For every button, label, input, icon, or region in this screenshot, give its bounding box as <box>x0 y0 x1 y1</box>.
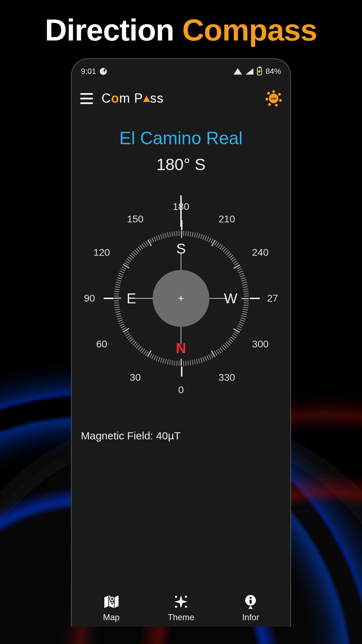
wifi-icon <box>234 68 242 75</box>
svg-rect-21 <box>249 600 252 604</box>
nav-theme-label: Theme <box>168 612 194 622</box>
svg-point-1 <box>272 90 275 93</box>
dial-label: 330 <box>219 372 235 383</box>
map-icon <box>103 593 120 610</box>
svg-point-17 <box>185 606 187 608</box>
status-battery: 84% <box>265 67 281 76</box>
dial-label: 210 <box>219 213 235 225</box>
cardinal-bottom: N <box>176 340 186 356</box>
svg-point-10 <box>111 598 113 600</box>
dial-label: 60 <box>96 339 107 350</box>
promo-word-2: Compass <box>182 13 317 47</box>
cardinal-right: W <box>224 291 237 307</box>
magnetic-field-readout: Magnetic Field: 40µT <box>79 430 283 442</box>
svg-point-3 <box>279 99 282 102</box>
dial-label: 150 <box>127 213 144 225</box>
signal-icon <box>246 68 253 75</box>
menu-icon[interactable] <box>80 93 94 104</box>
nav-info-label: Infor <box>242 612 259 622</box>
promo-heading: Direction Compass <box>0 0 362 48</box>
nav-map[interactable]: Map <box>103 593 120 622</box>
svg-point-16 <box>185 596 187 598</box>
crosshair-center <box>179 296 183 301</box>
dial-label: 240 <box>252 247 269 258</box>
vip-badge-icon[interactable]: VIP <box>265 90 282 107</box>
svg-point-15 <box>175 596 177 598</box>
app-header: Com Pss VIP <box>79 90 283 107</box>
svg-point-5 <box>268 103 271 106</box>
clock-icon <box>100 68 107 75</box>
dial-label: 0 <box>178 384 184 396</box>
app-title: Com Pss <box>102 91 164 106</box>
promo-word-1: Direction <box>45 13 174 47</box>
compass-needle <box>180 195 182 227</box>
cardinal-left: E <box>127 291 136 307</box>
triangle-a-icon <box>143 96 150 102</box>
cardinal-top: S <box>176 241 186 257</box>
svg-point-7 <box>267 92 270 95</box>
svg-point-4 <box>275 104 278 107</box>
dial-label: 30 <box>130 372 141 383</box>
dial-label: 120 <box>93 247 110 258</box>
theme-icon <box>172 593 190 610</box>
nav-map-label: Map <box>103 612 120 622</box>
status-bar: 9:01 ⚡ 84% <box>79 65 283 77</box>
compass[interactable]: 180210240273003300306090120150 SWNE <box>82 199 280 398</box>
svg-point-6 <box>265 98 268 101</box>
svg-text:VIP: VIP <box>271 97 276 101</box>
info-icon <box>242 593 259 610</box>
battery-icon: ⚡ <box>257 67 262 75</box>
status-time: 9:01 <box>81 67 96 76</box>
dial-label: 300 <box>252 339 269 350</box>
svg-point-2 <box>278 93 281 96</box>
dial-label: 90 <box>84 293 95 304</box>
heading-readout: 180° S <box>79 155 283 174</box>
phone-frame: 9:01 ⚡ 84% Com Pss <box>71 58 291 627</box>
svg-point-20 <box>249 597 252 599</box>
dial-label: 27 <box>267 293 278 304</box>
nav-theme[interactable]: Theme <box>168 593 194 622</box>
bottom-nav: Map Theme <box>72 593 290 622</box>
svg-point-18 <box>175 606 177 608</box>
nav-info[interactable]: Infor <box>242 593 259 622</box>
location-name: El Camino Real <box>79 128 283 148</box>
